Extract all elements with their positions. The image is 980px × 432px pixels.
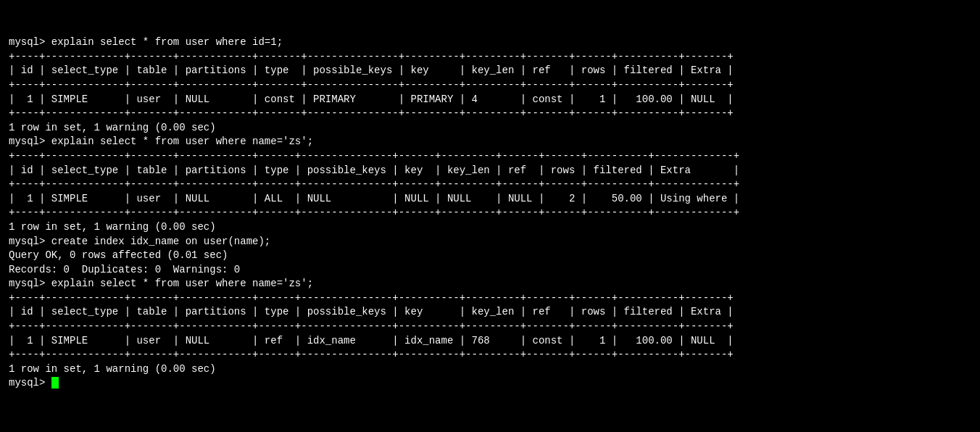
terminal-line: +----+-------------+-------+------------… <box>9 107 971 121</box>
terminal-line: | id | select_type | table | partitions … <box>9 305 971 320</box>
terminal-line: Query OK, 0 rows affected (0.01 sec) <box>9 249 971 263</box>
terminal-line: Records: 0 Duplicates: 0 Warnings: 0 <box>9 263 971 278</box>
terminal-line: +----+-------------+-------+------------… <box>9 50 971 65</box>
terminal-line: 1 row in set, 1 warning (0.00 sec) <box>9 220 971 235</box>
terminal-line: | 1 | SIMPLE | user | NULL | const | PRI… <box>9 93 971 107</box>
terminal-line: | 1 | SIMPLE | user | NULL | ALL | NULL … <box>9 192 971 207</box>
terminal-line: mysql> explain select * from user where … <box>9 277 971 291</box>
terminal-lines: mysql> explain select * from user where … <box>9 36 971 391</box>
terminal-line: +----+-------------+-------+------------… <box>9 178 971 192</box>
terminal-line: 1 row in set, 1 warning (0.00 sec) <box>9 362 971 377</box>
terminal-line: +----+-------------+-------+------------… <box>9 78 971 93</box>
terminal-line: +----+-------------+-------+------------… <box>9 149 971 164</box>
terminal-window: mysql> explain select * from user where … <box>9 7 971 405</box>
terminal-line: | id | select_type | table | partitions … <box>9 164 971 178</box>
terminal-line: +----+-------------+-------+------------… <box>9 320 971 334</box>
terminal-line: mysql> <box>9 376 971 391</box>
terminal-line: | id | select_type | table | partitions … <box>9 64 971 78</box>
prompt-text: mysql> <box>9 377 51 389</box>
terminal-line: 1 row in set, 1 warning (0.00 sec) <box>9 121 971 136</box>
terminal-line: +----+-------------+-------+------------… <box>9 206 971 220</box>
terminal-line: mysql> explain select * from user where … <box>9 135 971 149</box>
terminal-line: mysql> create index idx_name on user(nam… <box>9 235 971 249</box>
terminal-cursor <box>51 377 59 389</box>
terminal-line: +----+-------------+-------+------------… <box>9 348 971 362</box>
terminal-line: | 1 | SIMPLE | user | NULL | ref | idx_n… <box>9 334 971 349</box>
terminal-line: +----+-------------+-------+------------… <box>9 291 971 306</box>
terminal-line: mysql> explain select * from user where … <box>9 36 971 50</box>
